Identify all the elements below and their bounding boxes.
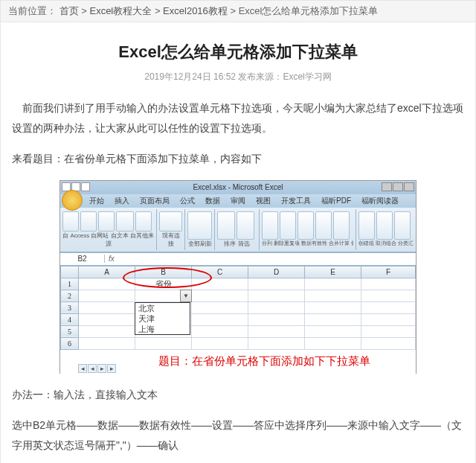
excel-formula-bar: B2 fx: [60, 252, 416, 266]
excel-titlebar: Excel.xlsx - Microsoft Excel: [60, 181, 416, 194]
breadcrumb-link-excel2016[interactable]: Excel2016教程: [163, 5, 228, 16]
excel-ribbon: 自 Access 自网站 自文本 自其他来源 现有连接 全部刷新 排序 筛选: [60, 208, 416, 252]
topic-lead: 来看题目：在省份单元格下面添加下拉菜单，内容如下: [12, 149, 464, 169]
excel-grid: A B C D E F 1省份 2 ▼ 北京: [60, 266, 416, 374]
intro-paragraph: 前面我们讲到了用手动输入的办法设置单元格下拉选项，今天呢小编为大家总结了exce…: [12, 98, 464, 138]
article-container: Excel怎么给单元格添加下拉菜单 2019年12月24日 16:52 发布来源…: [0, 22, 476, 463]
excel-screenshot-1: Excel.xlsx - Microsoft Excel 开始插入页面布局公式数…: [60, 180, 416, 374]
office-button-icon: [62, 190, 83, 211]
method-1-steps: 选中B2单元格——数据——数据有效性——设置——答应中选择序列——来源中输入文字…: [12, 415, 464, 455]
cell-b2-dropdown: ▼ 北京 天津 上海: [135, 290, 192, 301]
excel-ribbon-tabs: 开始插入页面布局公式数据审阅视图开发工具福昕PDF福昕阅读器: [60, 194, 416, 208]
breadcrumb-link-home[interactable]: 首页: [60, 5, 79, 16]
article-body: 前面我们讲到了用手动输入的办法设置单元格下拉选项，今天呢小编为大家总结了exce…: [12, 98, 464, 463]
breadcrumb: 当前位置： 首页 > Excel教程大全 > Excel2016教程 > Exc…: [0, 0, 476, 22]
breadcrumb-link-excel-all[interactable]: Excel教程大全: [89, 5, 152, 16]
method-1-title: 办法一：输入法，直接输入文本: [12, 385, 464, 405]
annotation-caption: 题目：在省份单元格下面添加如下下拉菜单: [120, 354, 408, 368]
page-title: Excel怎么给单元格添加下拉菜单: [12, 41, 464, 63]
sheet-tab-nav: ◂◂▸▸: [78, 363, 117, 374]
dropdown-arrow-icon: ▼: [180, 290, 192, 302]
article-meta: 2019年12月24日 16:52 发布来源：Excel学习网: [12, 71, 464, 83]
breadcrumb-current: Excel怎么给单元格添加下拉菜单: [239, 5, 379, 16]
